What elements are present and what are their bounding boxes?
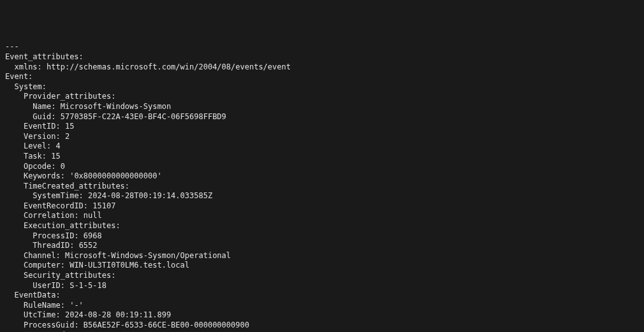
xmlns-line: xmlns: http://schemas.microsoft.com/win/…: [5, 62, 639, 73]
level-line: Level: 4: [5, 141, 639, 152]
security-attributes-line: Security_attributes:: [5, 271, 639, 281]
thread-id-line: ThreadID: 6552: [5, 241, 639, 251]
separator-line: ---: [5, 42, 639, 52]
process-id-line: ProcessID: 6968: [5, 231, 639, 242]
provider-attributes-line: Provider_attributes:: [5, 92, 639, 102]
event-data-line: EventData:: [5, 291, 639, 301]
user-id-line: UserID: S-1-5-18: [5, 281, 639, 291]
opcode-line: Opcode: 0: [5, 162, 639, 172]
provider-name-line: Name: Microsoft-Windows-Sysmon: [5, 102, 639, 112]
correlation-line: Correlation: null: [5, 211, 639, 221]
event-line: Event:: [5, 72, 639, 82]
process-guid-line: ProcessGuid: B56AE52F-6533-66CE-BE00-000…: [5, 321, 639, 331]
event-id-line: EventID: 15: [5, 122, 639, 132]
channel-line: Channel: Microsoft-Windows-Sysmon/Operat…: [5, 251, 639, 261]
computer-line: Computer: WIN-UL3TI0T0LM6.test.local: [5, 261, 639, 271]
execution-attributes-line: Execution_attributes:: [5, 221, 639, 231]
system-time-line: SystemTime: 2024-08-28T00:19:14.033585Z: [5, 191, 639, 201]
version-line: Version: 2: [5, 132, 639, 142]
keywords-line: Keywords: '0x8000000000000000': [5, 171, 639, 182]
system-line: System:: [5, 82, 639, 92]
event-record-id-line: EventRecordID: 15107: [5, 201, 639, 212]
provider-guid-line: Guid: 5770385F-C22A-43E0-BF4C-06F5698FFB…: [5, 112, 639, 122]
event-attributes-line: Event_attributes:: [5, 52, 639, 62]
terminal-output: ---Event_attributes: xmlns: http://schem…: [5, 42, 639, 332]
time-created-attributes-line: TimeCreated_attributes:: [5, 182, 639, 192]
utc-time-line: UtcTime: 2024-08-28 00:19:11.899: [5, 310, 639, 321]
task-line: Task: 15: [5, 152, 639, 162]
rule-name-line: RuleName: '-': [5, 301, 639, 311]
